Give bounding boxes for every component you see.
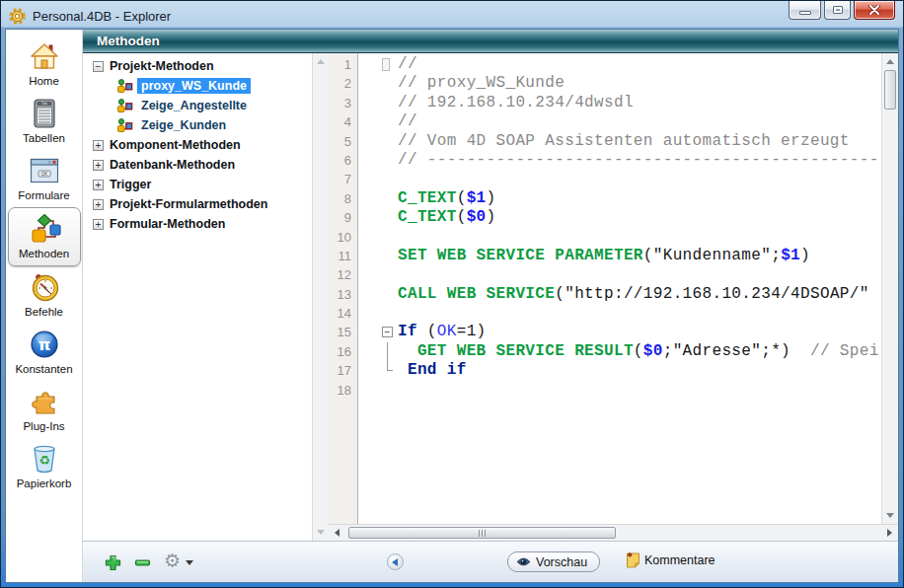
preview-label: Vorschau xyxy=(536,555,587,569)
code-line[interactable]: // xyxy=(358,55,881,74)
fold-collapse-icon[interactable]: − xyxy=(382,327,393,337)
line-number: 7 xyxy=(329,170,357,188)
line-number: 1 xyxy=(329,55,357,74)
line-number: 13 xyxy=(329,285,357,304)
collapse-box-icon[interactable]: − xyxy=(93,61,104,72)
maximize-button[interactable] xyxy=(824,1,851,20)
code-line[interactable]: // proxy_WS_Kunde xyxy=(358,74,881,93)
scrollbar-thumb[interactable] xyxy=(884,70,896,110)
svg-text:π: π xyxy=(38,335,50,354)
minimize-icon xyxy=(799,11,811,15)
expand-box-icon[interactable]: + xyxy=(93,199,104,210)
code-token-plain xyxy=(398,342,417,360)
options-gear-button[interactable]: ⚙ xyxy=(164,550,181,572)
code-line[interactable]: // xyxy=(358,112,881,131)
code-line[interactable]: C_TEXT($1) xyxy=(358,189,881,208)
code-line[interactable] xyxy=(358,304,881,323)
preview-button[interactable]: Vorschau xyxy=(507,551,600,572)
code-line[interactable] xyxy=(358,228,881,247)
code-token-command: CALL WEB SERVICE xyxy=(398,285,555,303)
line-number: 17 xyxy=(329,361,357,380)
line-number: 2 xyxy=(329,74,357,93)
sidebar-item-home[interactable]: Home xyxy=(8,36,81,93)
code-token-variable: $1 xyxy=(467,189,487,207)
sidebar-item-methoden[interactable]: Methoden xyxy=(8,207,81,266)
delete-method-button[interactable] xyxy=(134,554,151,571)
sidebar-item-formulare[interactable]: OK Formulare xyxy=(8,150,81,207)
scroll-right-icon[interactable] xyxy=(887,529,892,537)
tree-method-item[interactable]: Zeige_Kunden xyxy=(83,115,312,135)
expand-box-icon[interactable]: + xyxy=(93,140,104,151)
collapse-panel-button[interactable] xyxy=(387,553,404,570)
code-line[interactable]: −If (OK=1) xyxy=(358,323,881,341)
code-line[interactable]: End if xyxy=(358,361,881,380)
code-line[interactable] xyxy=(358,381,881,400)
tree-group-row[interactable]: −Projekt-Methoden xyxy=(83,56,312,76)
minimize-button[interactable] xyxy=(789,1,821,20)
code-line[interactable]: // 192.168.10.234/4dwsdl xyxy=(358,94,881,112)
scroll-up-icon[interactable] xyxy=(886,59,894,64)
scroll-up-icon[interactable] xyxy=(317,59,325,64)
line-number: 18 xyxy=(329,381,357,400)
sidebar-item-konstanten[interactable]: π Konstanten xyxy=(8,324,81,381)
sidebar-label: Formulare xyxy=(18,189,69,201)
code-token-plain: ( xyxy=(634,342,643,360)
sidebar-item-papierkorb[interactable]: ♻ Papierkorb xyxy=(8,438,81,495)
method-name-label: proxy_WS_Kunde xyxy=(137,78,251,94)
title-bar[interactable]: Personal.4DB - Explorer xyxy=(5,4,899,29)
code-line[interactable] xyxy=(358,265,881,284)
tree-scrollbar[interactable] xyxy=(312,53,329,541)
scroll-down-icon[interactable] xyxy=(317,530,325,535)
close-button[interactable] xyxy=(854,1,895,20)
expand-box-icon[interactable]: + xyxy=(93,219,104,230)
svg-text:♻: ♻ xyxy=(38,453,50,468)
add-method-button[interactable] xyxy=(105,554,121,571)
code-line[interactable]: CALL WEB SERVICE("http://192.168.10.234/… xyxy=(358,285,881,304)
tree-method-item[interactable]: Zeige_Angestellte xyxy=(83,96,312,115)
comments-toggle[interactable]: Kommentare xyxy=(626,551,716,568)
code-token-plain: ( xyxy=(457,189,467,207)
sidebar-item-plugins[interactable]: Plug-Ins xyxy=(8,381,81,438)
expand-box-icon[interactable]: + xyxy=(93,180,104,190)
line-number: 5 xyxy=(329,132,357,151)
code-editor: 123456789101112131415161718 //// proxy_W… xyxy=(329,53,898,541)
tree-group-row[interactable]: +Datenbank-Methoden xyxy=(83,155,312,175)
tree-group-row[interactable]: +Trigger xyxy=(83,175,312,194)
code-line[interactable] xyxy=(358,170,881,188)
window-title: Personal.4DB - Explorer xyxy=(33,9,171,24)
code-token-plain xyxy=(398,361,408,379)
tree-group-row[interactable]: +Komponent-Methoden xyxy=(83,135,312,155)
code-line[interactable]: GET WEB SERVICE RESULT($0;"Adresse";*) /… xyxy=(358,342,881,361)
scroll-down-icon[interactable] xyxy=(886,513,894,518)
svg-text:Tab: Tab xyxy=(41,102,47,106)
fold-bracket xyxy=(387,361,393,371)
sidebar-label: Methoden xyxy=(19,248,69,259)
tree-method-item[interactable]: proxy_WS_Kunde xyxy=(83,76,312,96)
sidebar-item-tabellen[interactable]: Tab Tabellen xyxy=(8,93,81,150)
code-line[interactable]: // -------------------------------------… xyxy=(358,151,881,170)
editor-horizontal-scrollbar[interactable] xyxy=(329,524,898,541)
code-line[interactable]: // Vom 4D SOAP Assistenten automatisch e… xyxy=(358,132,881,151)
code-line[interactable]: C_TEXT($0) xyxy=(358,208,881,227)
sidebar-item-befehle[interactable]: Befehle xyxy=(8,266,81,324)
code-token-plain: =1) xyxy=(457,323,487,340)
gear-dropdown-icon[interactable] xyxy=(186,560,193,565)
expand-box-icon[interactable]: + xyxy=(93,160,104,171)
code-token-keyword: If xyxy=(398,323,417,340)
form-window-icon: OK xyxy=(28,155,61,186)
tree-group-row[interactable]: +Projekt-Formularmethoden xyxy=(83,194,312,214)
line-number: 4 xyxy=(329,112,357,131)
scrollbar-thumb[interactable] xyxy=(348,527,616,539)
code-pane[interactable]: //// proxy_WS_Kunde// 192.168.10.234/4dw… xyxy=(358,53,881,524)
tree-group-label: Projekt-Formularmethoden xyxy=(110,197,267,211)
comment-note-icon xyxy=(626,551,640,568)
scroll-left-icon[interactable] xyxy=(335,529,339,537)
editor-vertical-scrollbar[interactable] xyxy=(881,53,898,524)
line-number: 11 xyxy=(329,247,357,265)
tree-group-label: Komponent-Methoden xyxy=(110,138,241,152)
tree-group-row[interactable]: +Formular-Methoden xyxy=(83,214,312,234)
code-line[interactable]: SET WEB SERVICE PARAMETER("Kundenname";$… xyxy=(358,247,881,265)
code-token-variable: $0 xyxy=(643,342,663,360)
code-token-comment: // -------------------------------------… xyxy=(398,151,881,169)
sidebar-label: Tabellen xyxy=(23,132,65,144)
